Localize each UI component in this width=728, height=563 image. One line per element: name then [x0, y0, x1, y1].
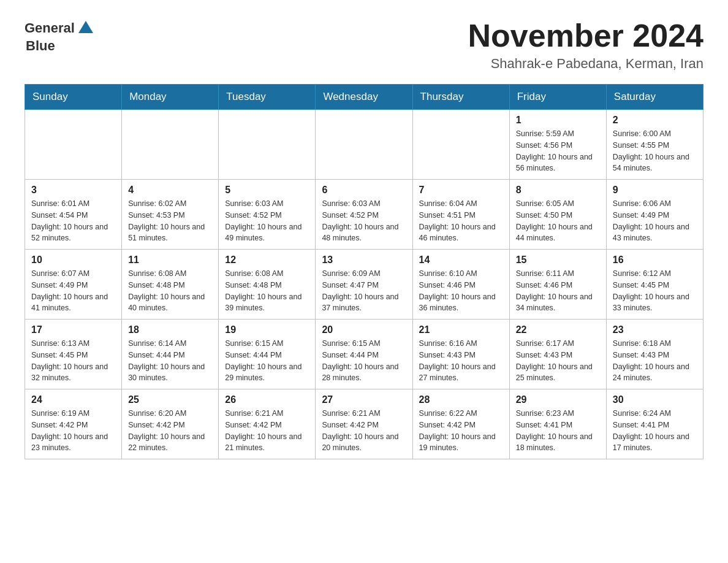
- day-number: 23: [613, 324, 697, 335]
- logo: General Blue: [25, 18, 96, 54]
- day-number: 12: [225, 255, 309, 266]
- col-sunday: Sunday: [25, 85, 122, 110]
- col-saturday: Saturday: [606, 85, 703, 110]
- calendar-week-row: 17Sunrise: 6:13 AMSunset: 4:45 PMDayligh…: [25, 320, 703, 389]
- table-row: 7Sunrise: 6:04 AMSunset: 4:51 PMDaylight…: [412, 180, 509, 250]
- day-number: 18: [128, 324, 212, 335]
- day-number: 20: [322, 324, 406, 335]
- page-header: General Blue November 2024 Shahrak-e Pab…: [25, 18, 703, 72]
- table-row: 29Sunrise: 6:23 AMSunset: 4:41 PMDayligh…: [509, 389, 606, 459]
- day-number: 28: [419, 394, 503, 405]
- table-row: 4Sunrise: 6:02 AMSunset: 4:53 PMDaylight…: [122, 180, 219, 250]
- day-number: 15: [516, 255, 600, 266]
- day-info: Sunrise: 6:11 AMSunset: 4:46 PMDaylight:…: [516, 268, 600, 314]
- table-row: 18Sunrise: 6:14 AMSunset: 4:44 PMDayligh…: [122, 320, 219, 389]
- calendar-table: Sunday Monday Tuesday Wednesday Thursday…: [25, 84, 703, 459]
- day-info: Sunrise: 6:21 AMSunset: 4:42 PMDaylight:…: [322, 408, 406, 454]
- table-row: [316, 110, 412, 180]
- day-info: Sunrise: 6:08 AMSunset: 4:48 PMDaylight:…: [128, 268, 212, 314]
- day-number: 9: [613, 185, 697, 196]
- day-info: Sunrise: 6:14 AMSunset: 4:44 PMDaylight:…: [128, 338, 212, 384]
- table-row: 30Sunrise: 6:24 AMSunset: 4:41 PMDayligh…: [606, 389, 703, 459]
- col-thursday: Thursday: [412, 85, 509, 110]
- col-tuesday: Tuesday: [219, 85, 316, 110]
- day-number: 30: [613, 394, 697, 405]
- table-row: 25Sunrise: 6:20 AMSunset: 4:42 PMDayligh…: [122, 389, 219, 459]
- day-info: Sunrise: 6:16 AMSunset: 4:43 PMDaylight:…: [419, 338, 503, 384]
- col-monday: Monday: [122, 85, 219, 110]
- day-number: 4: [128, 185, 212, 196]
- table-row: 15Sunrise: 6:11 AMSunset: 4:46 PMDayligh…: [509, 250, 606, 320]
- day-info: Sunrise: 6:03 AMSunset: 4:52 PMDaylight:…: [225, 198, 309, 244]
- day-info: Sunrise: 6:17 AMSunset: 4:43 PMDaylight:…: [516, 338, 600, 384]
- calendar-week-row: 1Sunrise: 5:59 AMSunset: 4:56 PMDaylight…: [25, 110, 703, 180]
- svg-marker-0: [78, 21, 93, 33]
- table-row: 13Sunrise: 6:09 AMSunset: 4:47 PMDayligh…: [316, 250, 412, 320]
- table-row: [25, 110, 122, 180]
- table-row: 3Sunrise: 6:01 AMSunset: 4:54 PMDaylight…: [25, 180, 122, 250]
- day-number: 14: [419, 255, 503, 266]
- day-info: Sunrise: 6:20 AMSunset: 4:42 PMDaylight:…: [128, 408, 212, 454]
- table-row: [122, 110, 219, 180]
- day-number: 3: [31, 185, 115, 196]
- day-number: 5: [225, 185, 309, 196]
- day-info: Sunrise: 6:23 AMSunset: 4:41 PMDaylight:…: [516, 408, 600, 454]
- day-info: Sunrise: 5:59 AMSunset: 4:56 PMDaylight:…: [516, 128, 600, 174]
- table-row: 21Sunrise: 6:16 AMSunset: 4:43 PMDayligh…: [412, 320, 509, 389]
- table-row: 10Sunrise: 6:07 AMSunset: 4:49 PMDayligh…: [25, 250, 122, 320]
- day-number: 22: [516, 324, 600, 335]
- table-row: 1Sunrise: 5:59 AMSunset: 4:56 PMDaylight…: [509, 110, 606, 180]
- table-row: 11Sunrise: 6:08 AMSunset: 4:48 PMDayligh…: [122, 250, 219, 320]
- table-row: 8Sunrise: 6:05 AMSunset: 4:50 PMDaylight…: [509, 180, 606, 250]
- day-info: Sunrise: 6:12 AMSunset: 4:45 PMDaylight:…: [613, 268, 697, 314]
- day-number: 8: [516, 185, 600, 196]
- calendar-week-row: 10Sunrise: 6:07 AMSunset: 4:49 PMDayligh…: [25, 250, 703, 320]
- day-info: Sunrise: 6:03 AMSunset: 4:52 PMDaylight:…: [322, 198, 406, 244]
- day-number: 10: [31, 255, 115, 266]
- day-info: Sunrise: 6:09 AMSunset: 4:47 PMDaylight:…: [322, 268, 406, 314]
- day-number: 17: [31, 324, 115, 335]
- day-number: 27: [322, 394, 406, 405]
- location-title: Shahrak-e Pabedana, Kerman, Iran: [468, 56, 703, 72]
- day-info: Sunrise: 6:05 AMSunset: 4:50 PMDaylight:…: [516, 198, 600, 244]
- day-number: 16: [613, 255, 697, 266]
- day-info: Sunrise: 6:06 AMSunset: 4:49 PMDaylight:…: [613, 198, 697, 244]
- calendar-week-row: 3Sunrise: 6:01 AMSunset: 4:54 PMDaylight…: [25, 180, 703, 250]
- table-row: 27Sunrise: 6:21 AMSunset: 4:42 PMDayligh…: [316, 389, 412, 459]
- day-info: Sunrise: 6:24 AMSunset: 4:41 PMDaylight:…: [613, 408, 697, 454]
- calendar-header-row: Sunday Monday Tuesday Wednesday Thursday…: [25, 85, 703, 110]
- table-row: 16Sunrise: 6:12 AMSunset: 4:45 PMDayligh…: [606, 250, 703, 320]
- table-row: 12Sunrise: 6:08 AMSunset: 4:48 PMDayligh…: [219, 250, 316, 320]
- day-info: Sunrise: 6:13 AMSunset: 4:45 PMDaylight:…: [31, 338, 115, 384]
- logo-text-blue: Blue: [26, 38, 55, 53]
- table-row: 24Sunrise: 6:19 AMSunset: 4:42 PMDayligh…: [25, 389, 122, 459]
- day-number: 25: [128, 394, 212, 405]
- logo-icon: [76, 16, 96, 36]
- table-row: 22Sunrise: 6:17 AMSunset: 4:43 PMDayligh…: [509, 320, 606, 389]
- day-info: Sunrise: 6:10 AMSunset: 4:46 PMDaylight:…: [419, 268, 503, 314]
- table-row: 19Sunrise: 6:15 AMSunset: 4:44 PMDayligh…: [219, 320, 316, 389]
- day-number: 13: [322, 255, 406, 266]
- table-row: 9Sunrise: 6:06 AMSunset: 4:49 PMDaylight…: [606, 180, 703, 250]
- table-row: 5Sunrise: 6:03 AMSunset: 4:52 PMDaylight…: [219, 180, 316, 250]
- table-row: 2Sunrise: 6:00 AMSunset: 4:55 PMDaylight…: [606, 110, 703, 180]
- table-row: 26Sunrise: 6:21 AMSunset: 4:42 PMDayligh…: [219, 389, 316, 459]
- day-number: 7: [419, 185, 503, 196]
- day-info: Sunrise: 6:04 AMSunset: 4:51 PMDaylight:…: [419, 198, 503, 244]
- table-row: 20Sunrise: 6:15 AMSunset: 4:44 PMDayligh…: [316, 320, 412, 389]
- table-row: 28Sunrise: 6:22 AMSunset: 4:42 PMDayligh…: [412, 389, 509, 459]
- day-info: Sunrise: 6:18 AMSunset: 4:43 PMDaylight:…: [613, 338, 697, 384]
- table-row: 6Sunrise: 6:03 AMSunset: 4:52 PMDaylight…: [316, 180, 412, 250]
- day-number: 2: [613, 115, 697, 126]
- day-number: 21: [419, 324, 503, 335]
- day-info: Sunrise: 6:02 AMSunset: 4:53 PMDaylight:…: [128, 198, 212, 244]
- table-row: 14Sunrise: 6:10 AMSunset: 4:46 PMDayligh…: [412, 250, 509, 320]
- month-title: November 2024: [468, 18, 703, 53]
- day-info: Sunrise: 6:19 AMSunset: 4:42 PMDaylight:…: [31, 408, 115, 454]
- day-info: Sunrise: 6:08 AMSunset: 4:48 PMDaylight:…: [225, 268, 309, 314]
- day-info: Sunrise: 6:07 AMSunset: 4:49 PMDaylight:…: [31, 268, 115, 314]
- col-friday: Friday: [509, 85, 606, 110]
- day-number: 24: [31, 394, 115, 405]
- calendar-week-row: 24Sunrise: 6:19 AMSunset: 4:42 PMDayligh…: [25, 389, 703, 459]
- logo-text-general: General: [25, 20, 75, 36]
